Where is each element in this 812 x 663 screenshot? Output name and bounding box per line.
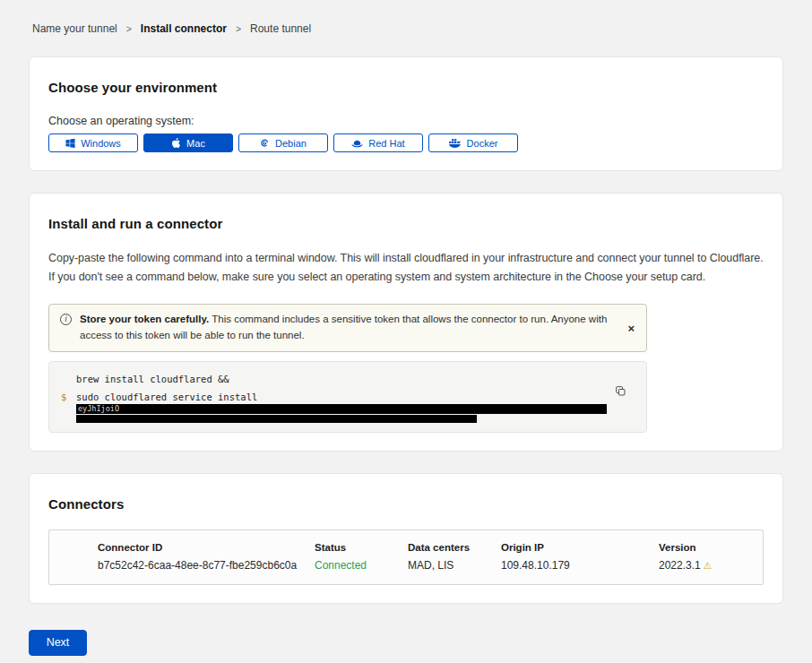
cell-data-centers: MAD, LIS bbox=[408, 559, 501, 572]
code-line: $ sudo cloudflared service install bbox=[61, 391, 610, 404]
install-connector-card: Install and run a connector Copy-paste t… bbox=[29, 193, 783, 452]
copy-command-button[interactable] bbox=[615, 385, 626, 397]
cell-version: 2022.3.1⚠ bbox=[659, 559, 763, 572]
breadcrumb-separator-icon: > bbox=[236, 23, 241, 34]
redacted-token-bar: eyJhIjoiO bbox=[76, 404, 607, 414]
alert-close-button[interactable]: × bbox=[627, 323, 635, 334]
token-line bbox=[61, 414, 610, 423]
environment-card-title: Choose your environment bbox=[48, 80, 764, 95]
version-warning-icon: ⚠ bbox=[704, 560, 712, 571]
install-card-description: Copy-paste the following command into a … bbox=[48, 249, 765, 286]
os-button-mac[interactable]: Mac bbox=[143, 133, 233, 152]
table-row: b7c52c42-6caa-48ee-8c77-fbe259cb6c0a Con… bbox=[49, 553, 763, 584]
connectors-card: Connectors Connector ID Status Data cent… bbox=[29, 473, 783, 604]
install-card-title: Install and run a connector bbox=[48, 216, 764, 231]
os-button-label: Red Hat bbox=[368, 138, 404, 149]
code-prompt-spacer bbox=[61, 414, 76, 423]
shell-prompt: $ bbox=[61, 391, 76, 404]
os-button-label: Windows bbox=[81, 138, 121, 149]
os-button-windows[interactable]: Windows bbox=[48, 133, 138, 152]
header-version: Version bbox=[659, 542, 763, 553]
alert-title: Store your token carefully. bbox=[80, 314, 209, 324]
os-button-group: Windows Mac Debian Red Hat Docker bbox=[48, 133, 764, 152]
os-select-label: Choose an operating system: bbox=[48, 115, 764, 127]
cell-origin-ip: 109.48.10.179 bbox=[501, 559, 659, 572]
breadcrumb: Name your tunnel > Install connector > R… bbox=[0, 0, 812, 35]
breadcrumb-separator-icon: > bbox=[126, 23, 132, 34]
cell-status: Connected bbox=[315, 559, 408, 572]
docker-icon bbox=[449, 138, 462, 148]
connectors-card-title: Connectors bbox=[48, 496, 764, 512]
version-value: 2022.3.1 bbox=[659, 559, 701, 572]
breadcrumb-step-install-connector[interactable]: Install connector bbox=[141, 22, 227, 35]
cell-connector-id: b7c52c42-6caa-48ee-8c77-fbe259cb6c0a bbox=[49, 559, 315, 572]
redhat-icon bbox=[351, 139, 363, 148]
os-button-label: Docker bbox=[467, 138, 498, 149]
code-command-1: brew install cloudflared && bbox=[76, 373, 229, 386]
apple-icon bbox=[171, 137, 181, 149]
debian-icon bbox=[260, 138, 270, 148]
next-button[interactable]: Next bbox=[29, 630, 87, 656]
os-button-redhat[interactable]: Red Hat bbox=[333, 133, 423, 152]
choose-environment-card: Choose your environment Choose an operat… bbox=[29, 56, 783, 171]
connectors-table: Connector ID Status Data centers Origin … bbox=[48, 530, 764, 585]
windows-icon bbox=[65, 138, 75, 148]
os-button-label: Mac bbox=[186, 138, 205, 149]
header-status: Status bbox=[315, 542, 408, 553]
code-prompt-spacer bbox=[61, 404, 76, 414]
code-command-2: sudo cloudflared service install bbox=[76, 391, 257, 404]
copy-icon bbox=[615, 386, 626, 400]
token-line: eyJhIjoiO bbox=[61, 404, 610, 414]
install-command-code-block: brew install cloudflared && $ sudo cloud… bbox=[48, 361, 647, 433]
breadcrumb-step-route-tunnel[interactable]: Route tunnel bbox=[250, 22, 311, 35]
os-button-label: Debian bbox=[275, 138, 307, 149]
token-warning-alert: i Store your token carefully.This comman… bbox=[48, 304, 647, 352]
header-data-centers: Data centers bbox=[408, 542, 501, 553]
header-origin-ip: Origin IP bbox=[501, 542, 659, 553]
code-line: brew install cloudflared && bbox=[61, 373, 610, 386]
os-button-docker[interactable]: Docker bbox=[428, 133, 518, 152]
table-header-row: Connector ID Status Data centers Origin … bbox=[49, 530, 763, 553]
os-button-debian[interactable]: Debian bbox=[238, 133, 328, 152]
alert-text: Store your token carefully.This command … bbox=[80, 312, 616, 344]
info-icon: i bbox=[60, 314, 72, 325]
breadcrumb-step-name-your-tunnel[interactable]: Name your tunnel bbox=[32, 22, 117, 35]
header-connector-id: Connector ID bbox=[49, 542, 315, 553]
redacted-token-bar bbox=[76, 415, 477, 423]
